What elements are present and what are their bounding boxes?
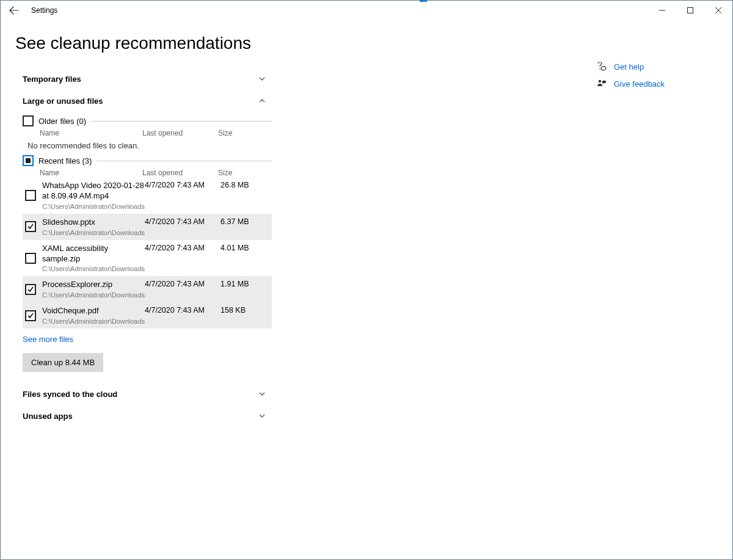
close-icon xyxy=(715,7,721,13)
section-label: Unused apps xyxy=(23,412,73,421)
recent-files-checkbox[interactable] xyxy=(23,155,34,166)
help-icon xyxy=(596,62,608,71)
file-checkbox[interactable] xyxy=(25,221,36,232)
content: See cleanup recommendations Temporary fi… xyxy=(1,23,732,559)
get-help-link[interactable]: Get help xyxy=(596,62,718,71)
maximize-icon xyxy=(687,7,693,13)
recent-files-list: WhatsApp Video 2020-01-28 at 8.09.49 AM.… xyxy=(23,177,272,329)
svg-rect-1 xyxy=(688,8,693,13)
page-title: See cleanup recommendations xyxy=(15,34,718,53)
minimize-button[interactable] xyxy=(648,1,676,20)
file-row[interactable]: Slideshow.pptxC:\Users\Administrator\Dow… xyxy=(23,214,272,240)
section-large-unused[interactable]: Large or unused files xyxy=(23,90,272,112)
divider-line xyxy=(97,161,272,161)
cleanup-button[interactable]: Clean up 8.44 MB xyxy=(23,353,103,372)
file-name: ProcessExplorer.zip xyxy=(42,280,145,290)
file-size: 6.37 MB xyxy=(221,217,257,236)
file-name: Slideshow.pptx xyxy=(42,217,145,228)
chevron-down-icon xyxy=(257,411,267,421)
col-size: Size xyxy=(218,129,255,137)
give-feedback-label: Give feedback xyxy=(614,79,665,89)
recent-files-label: Recent files (3) xyxy=(38,156,92,165)
col-size: Size xyxy=(218,169,255,177)
recent-files-column-headers: Name Last opened Size xyxy=(40,169,272,177)
file-size: 26.8 MB xyxy=(221,181,257,210)
file-row[interactable]: WhatsApp Video 2020-01-28 at 8.09.49 AM.… xyxy=(23,177,272,214)
main-column: Temporary files Large or unused files Ol… xyxy=(15,68,272,427)
file-size: 1.91 MB xyxy=(221,280,257,299)
see-more-files-link[interactable]: See more files xyxy=(23,335,73,344)
arrow-left-icon xyxy=(9,5,19,15)
recent-files-header[interactable]: Recent files (3) xyxy=(23,155,272,166)
give-feedback-link[interactable]: Give feedback xyxy=(596,79,718,89)
titlebar: Settings xyxy=(1,1,732,20)
chevron-up-icon xyxy=(257,96,267,106)
file-name: VoidCheque.pdf xyxy=(42,306,145,316)
maximize-button[interactable] xyxy=(676,1,704,20)
older-files-label: Older files (0) xyxy=(38,117,86,126)
file-row[interactable]: ProcessExplorer.zipC:\Users\Administrato… xyxy=(23,276,272,302)
recent-files-subsection: Recent files (3) Name Last opened Size W… xyxy=(23,155,272,329)
file-name: WhatsApp Video 2020-01-28 at 8.09.49 AM.… xyxy=(42,181,145,202)
older-files-header[interactable]: Older files (0) xyxy=(23,115,272,126)
section-label: Files synced to the cloud xyxy=(23,390,117,399)
col-name: Name xyxy=(40,169,142,177)
older-files-empty: No recommended files to clean. xyxy=(27,141,272,150)
file-row[interactable]: VoidCheque.pdfC:\Users\Administrator\Dow… xyxy=(23,302,272,329)
col-name: Name xyxy=(40,129,142,137)
file-date: 4/7/2020 7:43 AM xyxy=(145,280,221,299)
file-path: C:\Users\Administrator\Downloads xyxy=(42,291,145,299)
section-label: Temporary files xyxy=(23,75,81,84)
minimize-icon xyxy=(659,7,665,13)
file-size: 158 KB xyxy=(221,306,257,325)
file-date: 4/7/2020 7:43 AM xyxy=(145,306,221,325)
file-checkbox[interactable] xyxy=(25,190,36,201)
file-path: C:\Users\Administrator\Downloads xyxy=(42,265,145,272)
help-sidebar: Get help Give feedback xyxy=(596,62,718,96)
window-controls xyxy=(648,1,732,20)
indeterminate-square xyxy=(26,158,31,163)
file-date: 4/7/2020 7:43 AM xyxy=(145,244,221,273)
file-date: 4/7/2020 7:43 AM xyxy=(145,181,221,210)
file-name: XAML accessibility sample.zip xyxy=(42,244,145,264)
svg-point-3 xyxy=(601,67,606,70)
file-path: C:\Users\Administrator\Downloads xyxy=(42,318,145,325)
close-button[interactable] xyxy=(704,1,732,20)
file-path: C:\Users\Administrator\Downloads xyxy=(42,203,145,210)
chevron-down-icon xyxy=(257,74,267,84)
col-last-opened: Last opened xyxy=(142,169,218,177)
section-label: Large or unused files xyxy=(23,96,103,106)
older-files-checkbox[interactable] xyxy=(23,115,34,126)
file-path: C:\Users\Administrator\Downloads xyxy=(42,229,145,236)
section-synced[interactable]: Files synced to the cloud xyxy=(23,383,272,405)
older-files-column-headers: Name Last opened Size xyxy=(40,129,272,137)
feedback-icon xyxy=(596,79,608,89)
file-size: 4.01 MB xyxy=(221,244,257,273)
chevron-down-icon xyxy=(257,389,267,399)
divider-line xyxy=(91,121,272,122)
file-date: 4/7/2020 7:43 AM xyxy=(145,217,221,236)
file-checkbox[interactable] xyxy=(25,253,36,264)
file-row[interactable]: XAML accessibility sample.zipC:\Users\Ad… xyxy=(23,240,272,277)
section-unused-apps[interactable]: Unused apps xyxy=(23,405,272,427)
svg-point-4 xyxy=(599,80,601,82)
section-temporary-files[interactable]: Temporary files xyxy=(23,68,272,90)
svg-point-2 xyxy=(599,68,600,70)
svg-rect-5 xyxy=(602,81,606,83)
window-title: Settings xyxy=(31,6,57,15)
file-checkbox[interactable] xyxy=(25,310,36,321)
older-files-subsection: Older files (0) Name Last opened Size No… xyxy=(23,115,272,150)
col-last-opened: Last opened xyxy=(142,129,218,137)
file-checkbox[interactable] xyxy=(25,284,36,295)
get-help-label: Get help xyxy=(614,62,644,71)
back-button[interactable] xyxy=(1,1,27,20)
